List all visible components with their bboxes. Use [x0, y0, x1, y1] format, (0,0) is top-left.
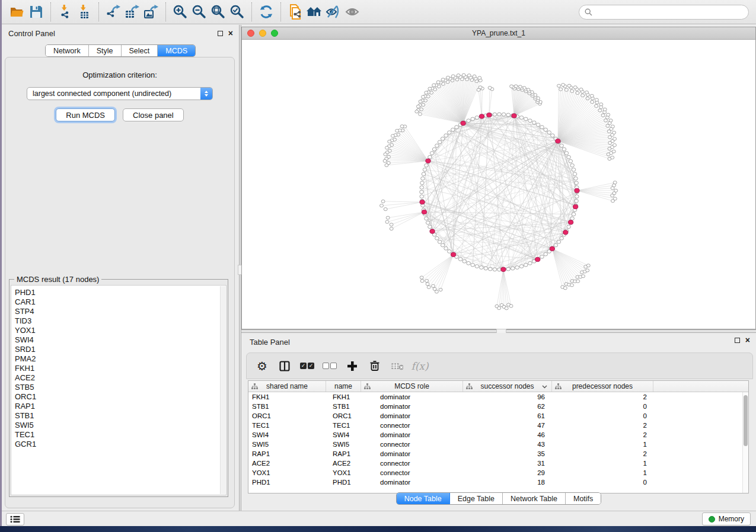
- network-node[interactable]: [415, 110, 419, 113]
- save-session-icon[interactable]: [27, 2, 46, 21]
- network-node[interactable]: [420, 186, 424, 190]
- select-all-icon[interactable]: ✓✓: [301, 359, 313, 373]
- settings-icon[interactable]: ⚙: [256, 359, 268, 373]
- table-cell[interactable]: 1: [552, 459, 653, 468]
- table-cell[interactable]: PHD1: [248, 477, 326, 487]
- close-panel-button[interactable]: Close panel: [123, 108, 184, 121]
- network-node[interactable]: [441, 78, 445, 81]
- network-node[interactable]: [575, 199, 579, 203]
- table-cell[interactable]: 2: [552, 392, 653, 402]
- mcds-hub-node[interactable]: [501, 267, 506, 271]
- network-node[interactable]: [515, 266, 519, 270]
- network-node[interactable]: [467, 261, 471, 265]
- list-scrollbar[interactable]: [220, 286, 225, 494]
- mcds-result-item[interactable]: ORC1: [11, 392, 226, 402]
- task-history-button[interactable]: [6, 513, 24, 525]
- table-cell[interactable]: dominator: [361, 402, 463, 411]
- table-cell[interactable]: SWI4: [326, 430, 361, 440]
- mcds-result-item[interactable]: CAR1: [11, 297, 226, 307]
- network-node[interactable]: [489, 267, 493, 271]
- tab-network[interactable]: Network: [46, 45, 89, 56]
- network-node[interactable]: [613, 143, 617, 146]
- tab-network-table[interactable]: Network Table: [503, 493, 566, 504]
- network-node[interactable]: [384, 208, 387, 211]
- table-cell[interactable]: 96: [463, 392, 552, 402]
- network-node[interactable]: [385, 164, 388, 166]
- table-row[interactable]: PHD1PHD1dominator180: [248, 477, 748, 487]
- table-cell[interactable]: TEC1: [248, 421, 326, 430]
- network-node[interactable]: [467, 119, 471, 123]
- table-cell[interactable]: dominator: [361, 477, 463, 487]
- import-table-icon[interactable]: [75, 2, 94, 21]
- network-node[interactable]: [441, 243, 445, 247]
- network-node[interactable]: [560, 144, 564, 148]
- network-node[interactable]: [444, 134, 448, 137]
- mcds-hub-node[interactable]: [512, 114, 516, 118]
- table-cell[interactable]: connector: [361, 440, 463, 449]
- network-node[interactable]: [462, 73, 465, 76]
- table-cell[interactable]: ORC1: [248, 411, 326, 421]
- tab-node-table[interactable]: Node Table: [397, 493, 450, 504]
- network-node[interactable]: [420, 280, 424, 283]
- column-header-predecessor-nodes[interactable]: predecessor nodes: [552, 381, 653, 392]
- network-node[interactable]: [579, 88, 583, 91]
- network-node[interactable]: [573, 172, 577, 176]
- tab-style[interactable]: Style: [89, 45, 122, 56]
- table-cell[interactable]: 43: [463, 440, 552, 449]
- table-row[interactable]: ACE2ACE2connector311: [248, 459, 748, 468]
- network-node[interactable]: [595, 98, 598, 101]
- network-node[interactable]: [586, 269, 589, 272]
- run-mcds-button[interactable]: Run MCDS: [56, 108, 115, 121]
- network-node[interactable]: [467, 74, 471, 77]
- table-cell[interactable]: TEC1: [326, 421, 361, 430]
- table-cell[interactable]: dominator: [361, 449, 463, 459]
- network-node[interactable]: [551, 134, 555, 137]
- table-row[interactable]: SWI4SWI4dominator462: [248, 430, 748, 440]
- export-table-icon[interactable]: [123, 2, 142, 21]
- network-node[interactable]: [428, 155, 432, 159]
- network-node[interactable]: [524, 117, 528, 121]
- table-cell[interactable]: ACE2: [326, 459, 361, 468]
- network-node[interactable]: [564, 152, 569, 155]
- table-cell[interactable]: 0: [552, 411, 653, 421]
- network-node[interactable]: [425, 164, 429, 167]
- network-node[interactable]: [420, 190, 424, 194]
- table-cell[interactable]: [653, 421, 748, 430]
- open-network-icon[interactable]: [8, 2, 27, 21]
- show-panel-icon[interactable]: [343, 2, 362, 21]
- network-node[interactable]: [528, 261, 532, 265]
- network-node[interactable]: [480, 266, 484, 270]
- network-node[interactable]: [395, 129, 399, 132]
- network-node[interactable]: [493, 113, 497, 116]
- network-node[interactable]: [438, 240, 442, 243]
- network-node[interactable]: [613, 181, 617, 184]
- split-view-icon[interactable]: [279, 359, 291, 373]
- network-node[interactable]: [446, 76, 450, 79]
- network-node[interactable]: [506, 113, 511, 117]
- table-cell[interactable]: [653, 449, 748, 459]
- clone-network-icon[interactable]: [286, 2, 305, 21]
- network-node[interactable]: [563, 287, 567, 290]
- table-cell[interactable]: 35: [463, 449, 552, 459]
- network-node[interactable]: [432, 148, 436, 151]
- table-cell[interactable]: 29: [463, 468, 552, 477]
- network-node[interactable]: [557, 240, 561, 243]
- column-header-name[interactable]: name: [326, 381, 361, 392]
- mcds-hub-node[interactable]: [426, 159, 430, 163]
- network-node[interactable]: [471, 117, 475, 121]
- home-icon[interactable]: [305, 2, 324, 21]
- mcds-hub-node[interactable]: [556, 139, 560, 143]
- network-node[interactable]: [426, 221, 430, 225]
- mcds-hub-node[interactable]: [420, 200, 425, 204]
- network-node[interactable]: [448, 131, 452, 134]
- network-node[interactable]: [544, 252, 548, 256]
- network-node[interactable]: [391, 134, 394, 137]
- table-cell[interactable]: connector: [361, 459, 463, 468]
- network-node[interactable]: [573, 86, 577, 89]
- table-cell[interactable]: 2: [552, 421, 653, 430]
- network-node[interactable]: [519, 116, 524, 120]
- network-node[interactable]: [420, 195, 424, 198]
- network-node[interactable]: [435, 236, 439, 240]
- table-cell[interactable]: SWI4: [248, 430, 326, 440]
- float-panel-icon[interactable]: [735, 338, 740, 343]
